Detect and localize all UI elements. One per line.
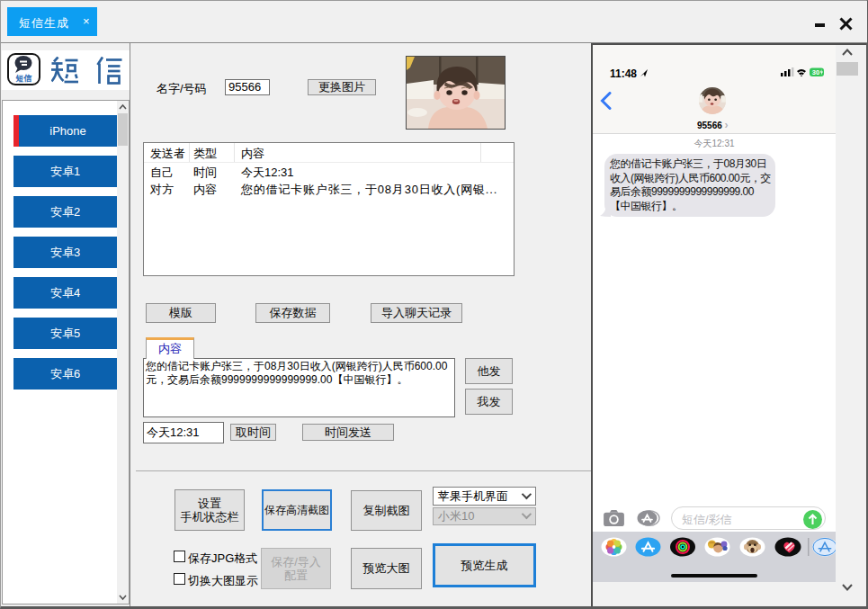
- svg-text:短信: 短信: [15, 74, 32, 83]
- svg-text:30: 30: [812, 68, 819, 76]
